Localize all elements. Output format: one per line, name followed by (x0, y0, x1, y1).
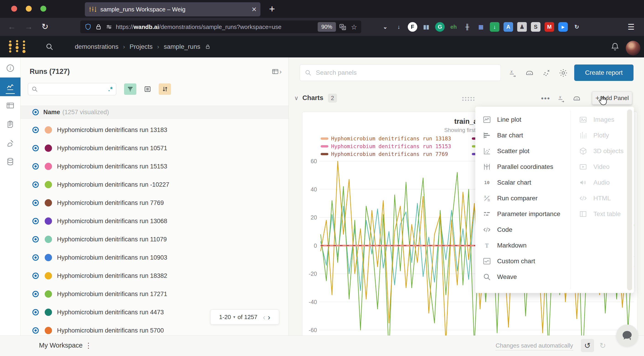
page-range-dropdown[interactable]: 1-20 (219, 314, 231, 321)
workspace-tool-icon[interactable] (542, 68, 551, 77)
workspace-menu-kebab-icon[interactable]: ⋮ (85, 341, 92, 350)
runs-table-expand-button[interactable]: › (272, 68, 282, 75)
run-color-dot[interactable] (45, 144, 52, 152)
tab-close-button[interactable]: ✕ (252, 6, 257, 13)
nav-search-icon[interactable] (45, 42, 54, 51)
section-title[interactable]: Charts (302, 94, 323, 102)
sidebar-item[interactable] (0, 134, 20, 152)
run-color-dot[interactable] (45, 327, 52, 334)
menu-item[interactable]: 10 Scalar chart (475, 175, 570, 190)
chat-bubble-button[interactable] (616, 325, 638, 347)
regex-toggle[interactable]: .* (108, 85, 113, 93)
run-visibility-eye-icon[interactable] (32, 254, 39, 261)
browser-extension-icon[interactable]: S (531, 22, 540, 32)
browser-extension-icon[interactable]: ⌄ (380, 22, 390, 32)
run-name-link[interactable]: Hyphomicrobium denitrificans run 5700 (57, 327, 164, 334)
connection-lock-icon[interactable] (95, 23, 102, 30)
tracking-protection-shield-icon[interactable] (84, 23, 92, 30)
menu-item[interactable]: AB Run comparer (475, 190, 570, 206)
forward-button[interactable]: → (25, 22, 33, 31)
browser-extension-icon[interactable]: ▸ (558, 22, 568, 32)
browser-extension-icon[interactable]: ▦ (476, 22, 486, 32)
run-visibility-eye-icon[interactable] (32, 309, 39, 316)
workspace-tool-icon[interactable] (525, 68, 534, 77)
browser-extension-icon[interactable]: A (504, 22, 513, 32)
reload-button[interactable]: ↻ (42, 22, 48, 31)
breadcrumb-entity[interactable]: demonstrations (75, 43, 118, 50)
browser-tab[interactable]: sample_runs Workspace – Weig ✕ (85, 2, 260, 16)
run-visibility-eye-icon[interactable] (32, 236, 39, 243)
menu-item[interactable]: Weave (475, 269, 570, 285)
bookmark-star-icon[interactable]: ☆ (351, 23, 357, 31)
runs-search-input[interactable] (38, 85, 108, 93)
run-name-link[interactable]: Hyphomicrobium denitrificans run 10571 (57, 145, 167, 152)
browser-extension-icon[interactable]: ♟ (517, 22, 527, 32)
section-tool-icon[interactable]: ••• (542, 94, 550, 103)
menu-scrollbar[interactable] (627, 109, 632, 290)
sidebar-item[interactable]: i (0, 59, 20, 77)
run-visibility-eye-icon[interactable] (32, 181, 39, 188)
sort-button[interactable] (159, 83, 171, 95)
sidebar-item[interactable] (0, 152, 20, 171)
run-color-dot[interactable] (45, 290, 52, 298)
menu-item[interactable]: Parallel coordinates (475, 159, 570, 175)
run-visibility-eye-icon[interactable] (32, 273, 39, 279)
legend-item[interactable]: Hyphomicrobium denitrificans run 7769 (321, 151, 468, 157)
run-color-dot[interactable] (45, 163, 52, 170)
translate-icon[interactable]: A (339, 23, 346, 30)
search-panels-box[interactable] (300, 64, 501, 81)
run-name-link[interactable]: Hyphomicrobium denitrificans run 13183 (57, 126, 167, 134)
back-button[interactable]: ← (8, 22, 16, 31)
browser-extension-icon[interactable]: ↓ (490, 22, 500, 32)
run-visibility-eye-icon[interactable] (32, 163, 39, 170)
browser-extension-icon[interactable]: M (544, 22, 554, 32)
run-visibility-eye-icon[interactable] (32, 145, 39, 151)
wandb-logo[interactable] (7, 39, 27, 54)
breadcrumb-project-name[interactable]: sample_runs (164, 43, 200, 50)
browser-extension-icon[interactable]: ╫ (462, 22, 472, 32)
browser-extension-icon[interactable]: F (408, 22, 417, 32)
run-visibility-eye-icon[interactable] (32, 327, 39, 334)
filter-button[interactable] (124, 83, 136, 95)
run-color-dot[interactable] (45, 199, 52, 207)
run-visibility-eye-icon[interactable] (32, 127, 39, 133)
run-name-link[interactable]: Hyphomicrobium denitrificans run 7769 (57, 199, 164, 207)
prev-page-button[interactable]: ‹ (263, 313, 266, 322)
menu-item[interactable]: Custom chart (475, 253, 570, 269)
new-tab-button[interactable]: + (269, 3, 275, 14)
workspace-tool-icon[interactable]: x (508, 68, 517, 77)
url-bar[interactable]: https://wandb.ai/demonstrations/sample_r… (80, 20, 361, 33)
run-name-link[interactable]: Hyphomicrobium denitrificans run 18382 (57, 272, 167, 279)
run-name-link[interactable]: Hyphomicrobium denitrificans run 17271 (57, 291, 167, 298)
menu-item[interactable]: Bar chart (475, 127, 570, 143)
browser-extension-icon[interactable]: ↓ (394, 22, 404, 32)
run-name-link[interactable]: Hyphomicrobium denitrificans run 15153 (57, 163, 167, 170)
sidebar-item[interactable] (0, 96, 20, 115)
browser-extension-icon[interactable]: eh (449, 22, 458, 32)
menu-item[interactable]: Code (475, 222, 570, 238)
section-drag-handle-icon[interactable] (462, 96, 474, 101)
search-panels-input[interactable] (316, 69, 496, 77)
sidebar-item[interactable] (0, 115, 20, 134)
legend-item[interactable]: Hyphomicrobium denitrificans run 13183 (321, 136, 468, 142)
run-color-dot[interactable] (45, 236, 52, 243)
name-column-header[interactable]: Name (43, 109, 60, 116)
runs-search-box[interactable]: .* (28, 83, 116, 95)
window-minimize-button[interactable] (26, 6, 32, 12)
browser-extension-icon[interactable]: ▮▮ (422, 22, 431, 32)
window-close-button[interactable] (11, 6, 17, 12)
toggle-all-visibility-eye-icon[interactable] (32, 109, 39, 115)
menu-item[interactable]: Line plot (475, 112, 570, 127)
run-visibility-eye-icon[interactable] (32, 291, 39, 297)
redo-button[interactable]: ↻ (596, 339, 609, 352)
zoom-level-badge[interactable]: 90% (318, 22, 336, 32)
menu-item[interactable]: Scatter plot (475, 143, 570, 159)
permissions-icon[interactable] (105, 23, 113, 30)
run-name-link[interactable]: Hyphomicrobium denitrificans run 11079 (57, 236, 167, 243)
run-visibility-eye-icon[interactable] (32, 200, 39, 206)
create-report-button[interactable]: Create report (574, 64, 634, 81)
section-tool-icon[interactable]: x (557, 94, 566, 103)
run-name-link[interactable]: Hyphomicrobium denitrificans run -10227 (57, 181, 169, 188)
run-name-link[interactable]: Hyphomicrobium denitrificans run 13068 (57, 218, 167, 225)
run-color-dot[interactable] (45, 217, 52, 225)
